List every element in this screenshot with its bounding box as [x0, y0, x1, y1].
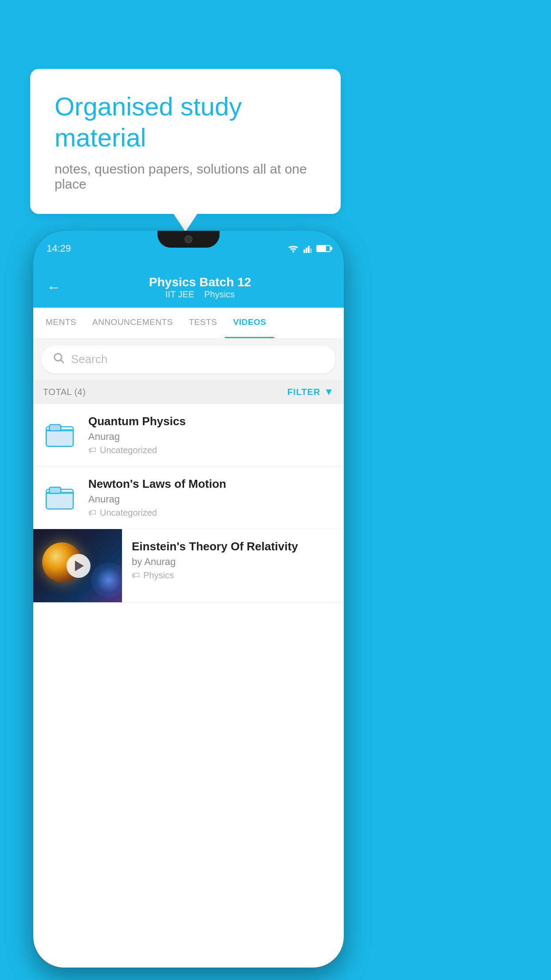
camera [185, 235, 193, 243]
speech-bubble-subtitle: notes, question papers, solutions all at… [55, 162, 316, 192]
svg-point-5 [55, 354, 62, 361]
header-title-area: Physics Batch 12 IIT JEE Physics [70, 275, 331, 300]
folder-icon [45, 419, 76, 450]
tab-videos[interactable]: VIDEOS [225, 308, 274, 338]
video-info: Einstein's Theory Of Relativity by Anura… [122, 529, 344, 591]
video-list: Quantum Physics Anurag 🏷 Uncategorized [33, 404, 344, 603]
svg-rect-11 [46, 492, 73, 509]
folder-icon [45, 482, 76, 513]
battery-icon [316, 245, 331, 252]
svg-rect-9 [49, 425, 61, 431]
phone-frame: 14:29 [33, 231, 344, 968]
video-info: Newton's Laws of Motion Anurag 🏷 Uncateg… [88, 477, 334, 518]
svg-point-0 [293, 252, 294, 253]
tab-ments[interactable]: MENTS [38, 308, 84, 338]
header-title: Physics Batch 12 [70, 275, 331, 289]
wifi-icon [287, 244, 299, 253]
svg-rect-12 [49, 487, 61, 494]
video-tag: 🏷 Uncategorized [88, 445, 334, 455]
search-container: Search [33, 339, 344, 380]
speech-bubble-container: Organised study material notes, question… [30, 69, 341, 214]
total-count: TOTAL (4) [43, 387, 86, 397]
header-subtitle: IIT JEE Physics [70, 289, 331, 300]
search-bar[interactable]: Search [41, 345, 336, 374]
status-bar: 14:29 [33, 231, 344, 266]
video-tag: 🏷 Uncategorized [88, 508, 334, 518]
tag-icon: 🏷 [88, 508, 96, 518]
list-item[interactable]: Newton's Laws of Motion Anurag 🏷 Uncateg… [33, 466, 344, 529]
notch [157, 231, 220, 248]
folder-icon-container [43, 480, 79, 515]
status-icons [287, 244, 331, 253]
play-icon [75, 561, 84, 571]
signal-icon [303, 244, 313, 253]
tag-icon: 🏷 [132, 571, 140, 580]
svg-rect-8 [46, 430, 73, 446]
tag-label: Physics [143, 570, 174, 581]
video-thumbnail [33, 529, 122, 602]
tag-icon: 🏷 [88, 446, 96, 455]
status-time: 14:29 [47, 243, 71, 254]
folder-icon-container [43, 417, 79, 453]
video-tag: 🏷 Physics [132, 570, 334, 581]
list-item[interactable]: Einstein's Theory Of Relativity by Anura… [33, 529, 344, 603]
svg-rect-1 [303, 249, 305, 253]
video-info: Quantum Physics Anurag 🏷 Uncategorized [88, 415, 334, 455]
filter-button[interactable]: FILTER ▼ [287, 386, 334, 398]
play-button[interactable] [67, 554, 91, 578]
video-title: Quantum Physics [88, 415, 334, 428]
header-subtitle-part2: Physics [204, 289, 235, 299]
filter-bar: TOTAL (4) FILTER ▼ [33, 380, 344, 404]
speech-bubble-title: Organised study material [55, 91, 316, 153]
speech-bubble: Organised study material notes, question… [30, 69, 341, 214]
phone-screen: ← Physics Batch 12 IIT JEE Physics MENTS… [33, 266, 344, 968]
search-input[interactable]: Search [71, 352, 107, 366]
svg-rect-3 [308, 246, 310, 253]
glow-graphic [91, 562, 122, 598]
tag-label: Uncategorized [100, 445, 157, 455]
filter-icon: ▼ [324, 386, 334, 398]
app-header: ← Physics Batch 12 IIT JEE Physics [33, 266, 344, 308]
search-icon [52, 352, 65, 367]
video-author: Anurag [88, 494, 334, 505]
video-title: Newton's Laws of Motion [88, 477, 334, 491]
header-subtitle-part1: IIT JEE [165, 289, 194, 299]
list-item[interactable]: Quantum Physics Anurag 🏷 Uncategorized [33, 404, 344, 466]
video-title: Einstein's Theory Of Relativity [132, 540, 334, 553]
tab-tests[interactable]: TESTS [181, 308, 225, 338]
video-author: Anurag [88, 431, 334, 443]
svg-rect-4 [310, 249, 312, 253]
svg-rect-2 [306, 248, 307, 253]
filter-label: FILTER [287, 387, 321, 397]
back-button[interactable]: ← [47, 279, 61, 296]
video-author: by Anurag [132, 556, 334, 568]
tag-label: Uncategorized [100, 508, 157, 518]
tab-announcements[interactable]: ANNOUNCEMENTS [84, 308, 181, 338]
tabs-bar: MENTS ANNOUNCEMENTS TESTS VIDEOS [33, 308, 344, 339]
svg-line-6 [61, 360, 63, 363]
